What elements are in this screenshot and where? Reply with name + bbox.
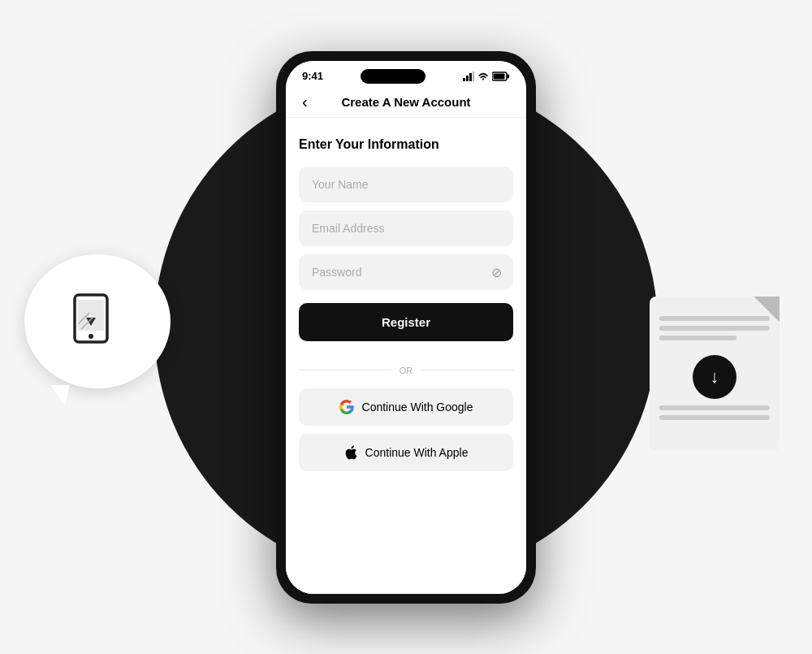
divider-line-right xyxy=(421,370,513,370)
doc-line xyxy=(659,405,770,410)
apple-button[interactable]: Continue With Apple xyxy=(299,434,513,471)
section-title: Enter Your Information xyxy=(299,137,513,152)
form-content: Enter Your Information ⊘ Register OR xyxy=(286,118,526,594)
password-input[interactable] xyxy=(299,254,513,290)
doc-lines-bottom xyxy=(659,405,770,425)
signal-icon xyxy=(463,71,474,81)
doc-line xyxy=(659,415,770,420)
divider: OR xyxy=(299,366,513,375)
google-button[interactable]: Continue With Google xyxy=(299,388,513,426)
name-input[interactable] xyxy=(299,167,513,202)
nav-bar: ‹ Create A New Account xyxy=(286,87,526,118)
google-button-label: Continue With Google xyxy=(362,401,473,414)
svg-rect-8 xyxy=(469,73,472,81)
wifi-icon xyxy=(477,71,489,81)
doc-line-short xyxy=(659,336,736,340)
status-icons xyxy=(463,71,510,81)
password-toggle-icon[interactable]: ⊘ xyxy=(491,264,502,279)
phone-download-icon xyxy=(65,288,130,353)
apple-icon xyxy=(344,445,357,460)
doc-line xyxy=(659,326,770,331)
back-button[interactable]: ‹ xyxy=(299,90,311,113)
email-input[interactable] xyxy=(299,210,513,246)
svg-rect-11 xyxy=(508,74,510,78)
divider-line-left xyxy=(299,370,391,370)
download-arrow-icon: ↓ xyxy=(710,368,719,386)
right-decoration: ↓ xyxy=(650,297,780,451)
divider-text: OR xyxy=(400,366,413,375)
doc-download-circle: ↓ xyxy=(693,355,736,399)
battery-icon xyxy=(492,71,510,81)
left-decoration xyxy=(24,254,171,401)
document-icon: ↓ xyxy=(650,297,780,451)
apple-button-label: Continue With Apple xyxy=(365,446,469,459)
svg-rect-12 xyxy=(494,73,505,79)
password-wrapper: ⊘ xyxy=(299,254,513,290)
register-button[interactable]: Register xyxy=(299,303,513,341)
svg-rect-9 xyxy=(473,71,474,81)
doc-line xyxy=(659,316,770,321)
status-bar: 9:41 xyxy=(286,61,526,87)
doc-lines xyxy=(659,316,770,345)
svg-point-2 xyxy=(89,334,93,339)
phone-frame: 9:41 xyxy=(276,51,536,604)
phone-screen: 9:41 xyxy=(286,61,526,594)
dynamic-island xyxy=(361,69,425,84)
svg-rect-6 xyxy=(463,78,465,81)
status-time: 9:41 xyxy=(302,70,323,82)
google-icon xyxy=(339,400,354,414)
svg-rect-1 xyxy=(78,300,104,331)
speech-bubble xyxy=(24,254,171,388)
svg-rect-7 xyxy=(466,76,469,81)
page-title: Create A New Account xyxy=(341,95,470,109)
